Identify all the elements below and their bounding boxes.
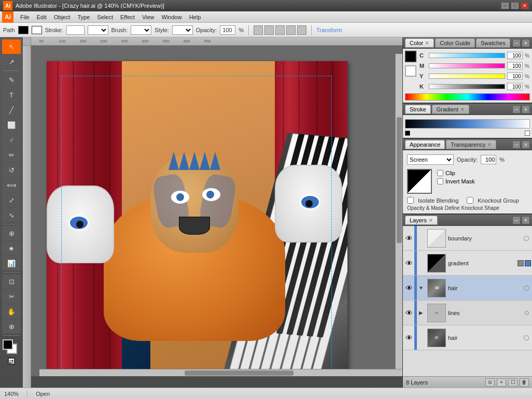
h-scroll-thumb[interactable] — [185, 370, 293, 376]
gradient-bar[interactable] — [405, 119, 530, 129]
menu-view[interactable]: View — [138, 13, 158, 21]
tool-scale[interactable]: ⤢ — [2, 193, 21, 207]
layer-visibility-lines[interactable]: 👁 — [404, 301, 414, 325]
tab-stroke[interactable]: Stroke — [405, 105, 431, 114]
y-value[interactable] — [507, 73, 523, 80]
layer-row-hair-2[interactable]: 👁 ⚭ hair — [403, 325, 532, 350]
tool-pen[interactable]: ✎ — [2, 73, 21, 87]
color-spectrum[interactable] — [405, 93, 530, 101]
stroke-value[interactable] — [66, 25, 85, 35]
y-slider[interactable] — [429, 74, 505, 79]
layer-expand-lines[interactable]: ▶ — [417, 301, 425, 325]
toolbar-icon-2[interactable] — [264, 25, 274, 35]
close-layers-tab[interactable]: ✕ — [429, 218, 433, 223]
m-slider[interactable] — [429, 63, 505, 68]
toolbar-icon-5[interactable] — [297, 25, 306, 35]
layer-row-gradient[interactable]: 👁 gradient — [403, 251, 532, 276]
tool-reflect[interactable]: ⟺ — [2, 178, 21, 192]
close-gradient-tab[interactable]: ✕ — [460, 107, 465, 112]
v-scroll-thumb[interactable] — [397, 117, 402, 243]
layer-row-hair-1[interactable]: 👁 ▼ ⚭ hair — [403, 276, 532, 301]
gradient-stop-left[interactable] — [405, 131, 410, 136]
stroke-panel-minimize[interactable]: ─ — [512, 105, 521, 113]
tool-graph[interactable]: 📊 — [2, 256, 21, 270]
tool-artboard[interactable]: ⊡ — [2, 274, 21, 289]
stroke-panel-menu[interactable]: ≡ — [522, 105, 530, 113]
tab-color[interactable]: Color ✕ — [405, 38, 434, 48]
layer-visibility-boundary[interactable]: 👁 — [404, 226, 414, 251]
brush-select[interactable] — [131, 25, 151, 35]
tool-direct-selection[interactable]: ↗ — [2, 54, 21, 69]
close-button[interactable]: ✕ — [521, 2, 529, 9]
tab-layers[interactable]: Layers ✕ — [405, 216, 438, 225]
tool-rotate[interactable]: ↺ — [2, 163, 21, 177]
layer-new-btn[interactable]: ☐ — [508, 378, 517, 387]
menu-effect[interactable]: Effect — [117, 13, 138, 21]
menu-select[interactable]: Select — [93, 13, 117, 21]
menu-window[interactable]: Window — [158, 13, 186, 21]
color-panel-menu[interactable]: ≡ — [522, 39, 530, 47]
tab-gradient[interactable]: Gradient ✕ — [432, 105, 469, 114]
vertical-scrollbar[interactable] — [395, 54, 402, 369]
tool-blend[interactable]: ⊕ — [2, 226, 21, 240]
k-slider[interactable] — [429, 84, 505, 89]
menu-file[interactable]: File — [17, 13, 33, 21]
tab-appearance[interactable]: Appearance — [405, 140, 445, 149]
close-color-tab[interactable]: ✕ — [425, 40, 429, 46]
tool-hand[interactable]: ✋ — [2, 304, 21, 319]
invert-mask-checkbox[interactable] — [437, 178, 443, 184]
layers-panel-minimize[interactable]: ─ — [512, 216, 521, 224]
gradient-stop-right[interactable] — [525, 131, 530, 136]
appearance-panel-menu[interactable]: ≡ — [522, 140, 530, 149]
tool-selection[interactable]: ↖ — [2, 39, 21, 54]
horizontal-scrollbar[interactable] — [39, 369, 402, 376]
stroke-select[interactable] — [88, 25, 108, 35]
tab-color-guide[interactable]: Color Guide — [435, 38, 475, 48]
layers-panel-menu[interactable]: ≡ — [522, 216, 530, 224]
toolbar-icon-4[interactable] — [286, 25, 296, 35]
transform-link[interactable]: Transform — [316, 27, 342, 33]
toolbar-icon-3[interactable] — [275, 25, 285, 35]
isolate-blending-checkbox[interactable] — [407, 197, 414, 204]
tab-transparency[interactable]: Transparency ✕ — [446, 140, 496, 149]
c-value[interactable] — [507, 52, 523, 59]
swap-colors[interactable]: ⇄ — [8, 358, 15, 365]
layer-row-boundary[interactable]: 👁 boundary — [403, 226, 532, 251]
tool-type[interactable]: T — [2, 88, 21, 102]
color-panel-minimize[interactable]: ─ — [512, 39, 521, 47]
minimize-button[interactable]: ─ — [501, 2, 509, 9]
fg-color-main[interactable] — [405, 51, 416, 62]
tool-zoom[interactable]: ⊕ — [2, 319, 21, 334]
layer-visibility-hair-2[interactable]: 👁 — [404, 325, 414, 350]
layer-expand-hair-1[interactable]: ▼ — [417, 276, 425, 301]
tool-line[interactable]: ╱ — [2, 103, 21, 117]
layer-visibility-hair-1[interactable]: 👁 — [404, 276, 414, 301]
layer-row-lines[interactable]: 👁 ▶ ⚭ lines — [403, 301, 532, 325]
k-value[interactable] — [507, 83, 523, 90]
fg-color-swatch[interactable] — [3, 339, 13, 350]
menu-edit[interactable]: Edit — [33, 13, 50, 21]
menu-type[interactable]: Type — [74, 13, 94, 21]
toolbar-icon-1[interactable] — [254, 25, 263, 35]
opacity-input-appearance[interactable] — [481, 155, 496, 164]
layer-visibility-gradient[interactable]: 👁 — [404, 251, 414, 276]
tool-slice[interactable]: ✂ — [2, 289, 21, 304]
opacity-input[interactable] — [220, 25, 235, 35]
tab-swatches[interactable]: Swatches — [476, 38, 510, 48]
close-transparency-tab[interactable]: ✕ — [487, 142, 492, 147]
fill-swatch[interactable] — [18, 26, 29, 34]
clip-checkbox[interactable] — [437, 170, 443, 176]
appearance-panel-minimize[interactable]: ─ — [512, 140, 521, 149]
blend-mode-select[interactable]: Screen Normal Multiply Overlay — [407, 154, 454, 165]
m-value[interactable] — [507, 62, 523, 69]
style-select[interactable] — [172, 25, 193, 35]
bg-color-main[interactable] — [405, 65, 416, 77]
c-slider[interactable] — [429, 53, 505, 58]
layer-delete-btn[interactable]: 🗑 — [520, 378, 529, 387]
maximize-button[interactable]: □ — [511, 2, 519, 9]
artwork-canvas[interactable] — [31, 46, 402, 376]
menu-object[interactable]: Object — [50, 13, 74, 21]
knockout-group-checkbox[interactable] — [467, 197, 473, 204]
tool-pencil[interactable]: ✏ — [2, 148, 21, 162]
menu-help[interactable]: Help — [186, 13, 205, 21]
